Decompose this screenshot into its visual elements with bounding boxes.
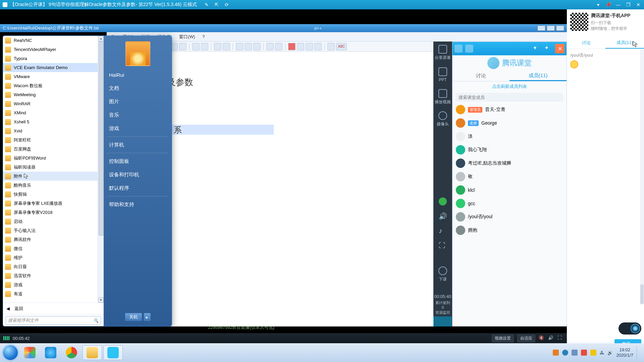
header-dropdown-icon[interactable]: ▾	[534, 45, 542, 53]
play-video-button[interactable]: 播放视频	[433, 86, 452, 108]
program-item[interactable]: VCE Exam Simulator Demo	[3, 63, 104, 72]
start-right-item[interactable]: 帮助和支持	[104, 198, 172, 211]
tool-find-icon[interactable]	[192, 43, 200, 50]
user-avatar[interactable]	[125, 41, 150, 66]
start-button[interactable]	[1, 344, 19, 362]
tray-network-icon[interactable]: 🖧	[600, 350, 604, 355]
program-item[interactable]: 快剪辑	[3, 190, 104, 199]
minimize-button[interactable]: —	[615, 2, 621, 8]
tray-icon[interactable]	[590, 350, 596, 356]
task-ie[interactable]	[41, 345, 60, 360]
tool-wrap-icon[interactable]	[236, 43, 243, 50]
header-user-icon[interactable]	[454, 45, 463, 53]
tray-volume-icon[interactable]: 🔊	[607, 350, 613, 355]
tool-folder-icon[interactable]	[266, 43, 274, 50]
editor-max-button[interactable]	[547, 25, 555, 31]
rs-tab-members[interactable]: 成员(11)	[605, 37, 644, 49]
tray-icon[interactable]	[553, 350, 559, 356]
member-row[interactable]: 淡	[452, 130, 567, 143]
tray-icon[interactable]	[581, 350, 587, 356]
user-name[interactable]: HaiRui	[104, 68, 172, 81]
shutdown-menu-button[interactable]: ▸	[144, 313, 151, 321]
maximize-button[interactable]: ❐	[625, 2, 631, 8]
program-item[interactable]: 迅雷软件	[3, 271, 104, 280]
member-row[interactable]: 老师George	[452, 116, 567, 130]
start-right-item[interactable]: 默认程序	[104, 181, 172, 195]
rs-scrollbar[interactable]	[640, 50, 644, 304]
program-scrollbar[interactable]: ▲ ▼	[98, 36, 104, 303]
video-settings-button[interactable]: 视频设置	[492, 335, 514, 342]
share-screen-button[interactable]: 分享屏幕	[433, 42, 452, 64]
program-item[interactable]: 有道	[3, 289, 104, 298]
menu-item[interactable]: 窗口(W)	[179, 34, 195, 40]
title-action-icon[interactable]: ✎	[204, 2, 210, 8]
task-chrome[interactable]	[62, 345, 81, 360]
member-row[interactable]: 管理员昔天-立青	[452, 103, 567, 116]
member-row[interactable]: /youl否/youl	[452, 210, 567, 224]
tool-zoom-out-icon[interactable]	[223, 43, 230, 50]
camera-button[interactable]: 摄像头	[433, 108, 452, 130]
start-right-item[interactable]: 图片	[104, 95, 172, 108]
program-list[interactable]: RealVNCTencentVideoMPlayerTyporaVCE Exam…	[3, 36, 104, 303]
tool-indent-icon[interactable]	[253, 43, 261, 50]
tool-zoom-in-icon[interactable]	[214, 43, 221, 50]
program-item[interactable]: Xvid	[3, 126, 104, 135]
editor-close-button[interactable]	[556, 25, 564, 31]
shutdown-button[interactable]: 关机	[125, 313, 142, 321]
program-item[interactable]: Xshell 5	[3, 117, 104, 126]
title-min-icon[interactable]: ▾	[595, 2, 601, 8]
tray-icon[interactable]	[562, 350, 568, 356]
scroll-thumb[interactable]	[99, 41, 103, 236]
start-back-row[interactable]: ◀ 返回	[3, 303, 104, 314]
member-row[interactable]: gcc	[452, 197, 567, 210]
refresh-members-link[interactable]: 点击刷新成员列表	[452, 81, 567, 92]
member-row[interactable]: 敬	[452, 170, 567, 183]
editor-min-button[interactable]	[537, 25, 545, 31]
member-list[interactable]: 管理员昔天-立青老师George淡我心飞翔考过IE,励志当攻城狮敬klclgcc…	[452, 103, 567, 326]
tool-redo-icon[interactable]	[179, 43, 186, 50]
member-search-input[interactable]	[456, 93, 563, 102]
member-row[interactable]: klcl	[452, 183, 567, 197]
music-icon[interactable]: ♪	[439, 227, 447, 235]
program-item[interactable]: 向日葵	[3, 262, 104, 271]
tab-members[interactable]: 成员(11)	[509, 71, 567, 81]
fullscreen-icon[interactable]: ⛶	[439, 242, 447, 250]
member-row[interactable]: 我心飞翔	[452, 143, 567, 157]
start-right-item[interactable]: 音乐	[104, 108, 172, 122]
tool-spellcheck-icon[interactable]: ABC	[336, 43, 347, 50]
program-item[interactable]: Typora	[3, 54, 104, 63]
volume2-icon[interactable]: 🔊	[548, 335, 554, 341]
rs-tab-discuss[interactable]: 讨论	[567, 37, 605, 49]
editor-menubar[interactable]: O) 宏(M) 运行 插件(P) 窗口(W) ?	[107, 32, 567, 42]
ppt-button[interactable]: PPT	[433, 64, 452, 86]
program-item[interactable]: 福昕阅读器	[3, 163, 104, 172]
close-button[interactable]: ✕	[635, 2, 641, 8]
tray-clock[interactable]: 19:02 2020/1/7	[616, 347, 633, 358]
program-item[interactable]: 福昕PDF转Word	[3, 154, 104, 163]
tab-discuss[interactable]: 讨论	[452, 71, 509, 81]
title-refresh-icon[interactable]: ⟳	[224, 2, 230, 8]
end-class-button[interactable]: 下课	[433, 263, 452, 285]
member-row[interactable]: 拥抱	[452, 224, 567, 237]
program-item[interactable]: 微信	[3, 244, 104, 253]
program-item[interactable]: 阿里旺旺	[3, 135, 104, 144]
program-item[interactable]: 酷狗音乐	[3, 181, 104, 190]
start-right-item[interactable]: 设备和打印机	[104, 168, 172, 181]
camera-widget[interactable]	[619, 322, 641, 335]
start-right-item[interactable]: 游戏	[104, 122, 172, 135]
start-right-item[interactable]: 文档	[104, 81, 172, 95]
program-item[interactable]: 屏幕录像专家 LXE播放器	[3, 199, 104, 208]
auto-fit-button[interactable]: 自适应	[517, 335, 535, 342]
tool-doc-icon[interactable]	[275, 43, 282, 50]
program-item[interactable]: Wacom 数位板	[3, 81, 104, 90]
tool-record-icon[interactable]	[288, 43, 296, 50]
program-item[interactable]: 游戏	[3, 280, 104, 289]
program-item[interactable]: RealVNC	[3, 36, 104, 45]
program-item[interactable]: 维护	[3, 253, 104, 262]
tool-hidden-icon[interactable]	[245, 43, 252, 50]
program-item[interactable]: 屏幕录像专家V2018	[3, 208, 104, 217]
title-pin-icon[interactable]: 📌	[605, 2, 611, 8]
program-item[interactable]: WeMeeting	[3, 90, 104, 99]
member-row[interactable]: 考过IE,励志当攻城狮	[452, 157, 567, 170]
program-item[interactable]: 百度网盘	[3, 144, 104, 154]
